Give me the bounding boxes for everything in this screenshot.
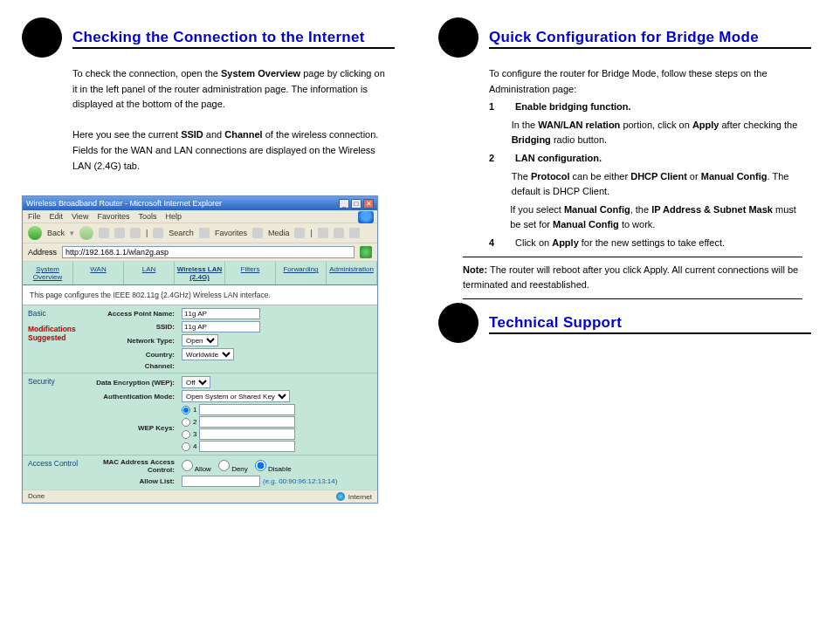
intro: To configure the router for Bridge Mode,…: [489, 66, 802, 97]
disable-radio[interactable]: [255, 460, 266, 471]
channel-label: Channel:: [86, 362, 182, 370]
search-icon[interactable]: [153, 228, 163, 238]
auth-label: Authentication Mode:: [86, 393, 182, 401]
status-right: Internet: [348, 493, 372, 501]
left-body: To check the connection, open the System…: [22, 66, 395, 174]
page-description: This page configures the IEEE 802.11g (2…: [23, 285, 377, 305]
note-block: Note: The router will reboot after you c…: [463, 263, 802, 293]
ntype-label: Network Type:: [86, 337, 182, 345]
allowlist-input[interactable]: [182, 476, 260, 487]
access-fields: MAC Address Access Control: Allow Deny D…: [86, 456, 377, 490]
label-basic: Basic: [23, 305, 86, 321]
mail-icon[interactable]: [318, 228, 328, 238]
section-header-right1: Quick Configuration for Bridge Mode: [438, 17, 811, 58]
key4-radio[interactable]: [182, 442, 190, 451]
edit-icon[interactable]: [349, 228, 360, 238]
basic-fields: Access Point Name: SSID: Network Type:Op…: [86, 305, 377, 373]
section-title-left: Checking the Connection to the Internet: [72, 29, 365, 46]
menu-favorites[interactable]: Favorites: [97, 212, 129, 221]
home-icon[interactable]: [130, 228, 141, 238]
ie-titlebar: Wireless Broadband Router - Microsoft In…: [23, 196, 377, 210]
menu-help[interactable]: Help: [165, 212, 182, 221]
ie-statusbar: Done Internet: [23, 490, 377, 503]
close-icon[interactable]: ✕: [363, 199, 374, 209]
ntype-select[interactable]: Open: [182, 334, 218, 346]
page-root: Checking the Connection to the Internet …: [0, 0, 833, 644]
divider: [489, 47, 811, 49]
note-divider-top: [463, 257, 802, 257]
ie-toolbar: Back ▾ | Search Favorites Media |: [23, 223, 377, 243]
tab-wireless-lan[interactable]: Wireless LAN (2.4G): [175, 262, 225, 284]
key3-input[interactable]: [199, 428, 295, 440]
security-fields: Data Encryption (WEP):Off Authentication…: [86, 373, 377, 455]
router-page: System Overview WAN LAN Wireless LAN (2.…: [23, 262, 377, 490]
favorites-icon[interactable]: [199, 228, 210, 238]
step-2: In the WAN/LAN relation portion, click o…: [489, 118, 802, 148]
menu-file[interactable]: File: [28, 212, 41, 221]
menu-edit[interactable]: Edit: [50, 212, 64, 221]
apname-label: Access Point Name:: [86, 310, 182, 318]
bullet-icon: [438, 17, 478, 58]
tab-system-overview[interactable]: System Overview: [23, 262, 73, 284]
key2-radio[interactable]: [182, 418, 190, 427]
back-icon[interactable]: [28, 226, 42, 240]
ie-menu: File Edit View Favorites Tools Help: [23, 210, 377, 223]
wep-keys: 1 2 3 4: [182, 404, 295, 452]
history-icon[interactable]: [294, 228, 305, 238]
favorites-label[interactable]: Favorites: [215, 229, 247, 237]
bold-ssid: SSID: [181, 129, 203, 140]
menu-view[interactable]: View: [72, 212, 88, 221]
apname-input[interactable]: [182, 308, 260, 319]
media-icon[interactable]: [252, 228, 263, 238]
tab-wan[interactable]: WAN: [73, 262, 124, 284]
section-title-right1: Quick Configuration for Bridge Mode: [489, 29, 759, 46]
forward-icon[interactable]: [79, 226, 93, 240]
key3-radio[interactable]: [182, 430, 190, 439]
address-label: Address: [28, 248, 57, 257]
key1-radio[interactable]: [182, 406, 190, 414]
go-icon[interactable]: [360, 246, 372, 258]
para-1: To check the connection, open the System…: [72, 66, 386, 113]
key2-input[interactable]: [199, 416, 295, 428]
deny-radio[interactable]: [218, 460, 230, 471]
bold-system-overview: System Overview: [221, 68, 300, 79]
section-header-right2: Technical Support: [438, 303, 811, 343]
refresh-icon[interactable]: [114, 228, 125, 238]
step-3: 2 LAN configuration.: [489, 151, 802, 167]
ssid-input[interactable]: [182, 321, 260, 332]
window-buttons: _ □ ✕: [339, 199, 374, 209]
bullet-icon: [438, 303, 478, 343]
auth-select[interactable]: Open System or Shared Key: [182, 390, 290, 402]
key4-input[interactable]: [199, 441, 295, 452]
section-title-right2: Technical Support: [489, 314, 622, 332]
search-label[interactable]: Search: [169, 229, 194, 237]
minimize-icon[interactable]: _: [339, 199, 349, 209]
tab-forwarding[interactable]: Forwarding: [276, 262, 327, 284]
note-label: Note:: [463, 264, 487, 275]
maximize-icon[interactable]: □: [351, 199, 361, 209]
allowlist-eg: (e.g. 00:90:96:12:13:14): [263, 477, 337, 485]
print-icon[interactable]: [334, 228, 344, 238]
label-security: Security: [23, 373, 86, 455]
note-divider-bottom: [463, 298, 802, 299]
wep-select[interactable]: Off: [182, 376, 210, 388]
tab-administration[interactable]: Administration: [327, 262, 377, 284]
menu-tools[interactable]: Tools: [138, 212, 156, 221]
stop-icon[interactable]: [99, 228, 109, 238]
address-input[interactable]: [62, 246, 355, 258]
label-access: Access Control: [23, 456, 86, 490]
ie-window: Wireless Broadband Router - Microsoft In…: [22, 195, 378, 504]
label-mods: Modifications Suggested: [23, 321, 86, 346]
globe-icon: [336, 492, 345, 501]
right-column: Quick Configuration for Bridge Mode To c…: [416, 0, 833, 644]
key1-input[interactable]: [199, 404, 295, 415]
s1-bold: Enable bridging function.: [515, 101, 631, 112]
country-select[interactable]: Worldwide: [182, 348, 234, 360]
step-1: 1 Enable bridging function.: [489, 99, 802, 115]
media-label[interactable]: Media: [268, 229, 290, 237]
tab-filters[interactable]: Filters: [225, 262, 276, 284]
back-label[interactable]: Back: [47, 229, 65, 237]
allow-radio[interactable]: [182, 460, 193, 471]
allowlist-label: Allow List:: [86, 477, 182, 485]
tab-lan[interactable]: LAN: [124, 262, 175, 284]
